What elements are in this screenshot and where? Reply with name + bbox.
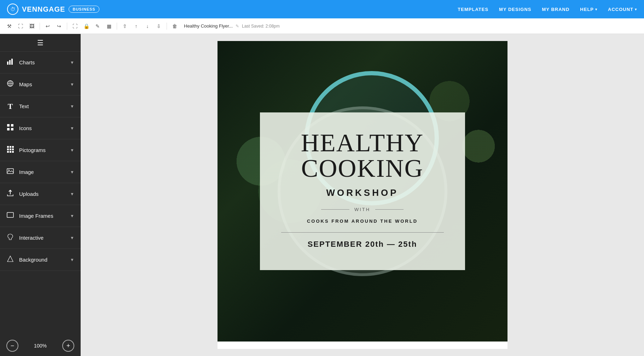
edit-icon: ✎ <box>95 23 100 29</box>
flyer-background: HEALTHY COOKING WORKSHOP WITH COOKS FROM… <box>217 41 507 342</box>
redo-icon: ↪ <box>57 23 61 29</box>
sidebar-item-uploads-label: Uploads <box>19 191 39 197</box>
nav-help[interactable]: HELP ▾ <box>580 7 597 12</box>
toolbar-divider-1 <box>40 23 40 30</box>
send-to-back-button[interactable]: ⇩ <box>154 21 164 31</box>
image-frames-icon <box>6 212 14 220</box>
undo-icon: ↩ <box>46 23 50 29</box>
image-chevron-icon: ▼ <box>70 170 74 175</box>
sidebar-item-uploads[interactable]: Uploads ▼ <box>0 183 81 205</box>
upload-image-button[interactable]: ⛶ <box>16 21 25 31</box>
nav-my-designs[interactable]: MY DESIGNS <box>499 7 531 12</box>
sidebar-item-pictograms[interactable]: Pictograms ▼ <box>0 139 81 161</box>
sidebar-item-text[interactable]: T Text ▼ <box>0 95 81 117</box>
flyer-container: HEALTHY COOKING WORKSHOP WITH COOKS FROM… <box>217 41 507 342</box>
bring-to-front-button[interactable]: ⇧ <box>120 21 130 31</box>
resize-icon: ⛶ <box>72 23 77 29</box>
move-down-icon: ↓ <box>146 23 149 29</box>
redo-button[interactable]: ↪ <box>54 21 64 31</box>
lock-button[interactable]: 🔒 <box>81 21 91 31</box>
add-image-button[interactable]: 🖼 <box>27 21 37 31</box>
zoom-value: 100% <box>34 343 47 349</box>
svg-marker-23 <box>7 256 13 262</box>
design-canvas: HEALTHY COOKING WORKSHOP WITH COOKS FROM… <box>217 41 507 349</box>
sidebar-item-charts-label: Charts <box>19 59 35 65</box>
upload-icon: ⛶ <box>18 23 23 29</box>
icons-chevron-icon: ▼ <box>70 126 74 131</box>
svg-rect-20 <box>7 169 13 174</box>
canvas-area[interactable]: HEALTHY COOKING WORKSHOP WITH COOKS FROM… <box>81 34 644 356</box>
svg-rect-0 <box>7 62 8 65</box>
help-caret-icon: ▾ <box>595 7 597 11</box>
sidebar-item-background[interactable]: Background ▼ <box>0 249 81 271</box>
flyer-divider-row: WITH <box>281 207 444 212</box>
sidebar-item-pictograms-label: Pictograms <box>19 147 46 153</box>
resize-button[interactable]: ⛶ <box>70 21 80 31</box>
file-button[interactable]: ⚒ <box>4 21 14 31</box>
send-to-back-icon: ⇩ <box>157 23 161 29</box>
sidebar-item-icons-label: Icons <box>19 125 32 131</box>
zoom-controls: − 100% + <box>0 335 81 356</box>
copy-button[interactable]: ▦ <box>104 21 114 31</box>
undo-button[interactable]: ↩ <box>43 21 53 31</box>
sidebar-item-text-label: Text <box>19 103 29 109</box>
svg-rect-16 <box>12 148 14 150</box>
business-badge[interactable]: BUSINESS <box>69 6 99 13</box>
uploads-chevron-icon: ▼ <box>70 192 74 197</box>
sidebar-item-background-label: Background <box>19 257 47 263</box>
sidebar-item-icons[interactable]: Icons ▼ <box>0 117 81 139</box>
main-area: ☰ Charts ▼ <box>0 34 644 356</box>
image-icon <box>6 168 14 176</box>
sidebar-item-interactive[interactable]: Interactive ▼ <box>0 227 81 249</box>
zoom-out-button[interactable]: − <box>6 340 18 352</box>
delete-icon: 🗑 <box>172 23 177 29</box>
svg-rect-12 <box>10 146 11 148</box>
svg-rect-2 <box>11 59 13 65</box>
sidebar-item-interactive-label: Interactive <box>19 235 43 241</box>
delete-button[interactable]: 🗑 <box>170 21 180 31</box>
file-edit-icon: ✎ <box>236 24 239 29</box>
charts-icon <box>6 58 14 67</box>
sidebar: ☰ Charts ▼ <box>0 34 81 356</box>
toolbar-divider-3 <box>117 23 117 30</box>
edit-button[interactable]: ✎ <box>93 21 103 31</box>
pictograms-icon <box>6 146 14 154</box>
logo-text: VENNGAGE <box>22 5 65 13</box>
move-down-button[interactable]: ↓ <box>143 21 152 31</box>
flyer-title-line2: COOKING <box>281 156 444 181</box>
background-chevron-icon: ▼ <box>70 257 74 262</box>
sidebar-item-maps-label: Maps <box>19 81 32 87</box>
toolbar-divider-2 <box>67 23 67 30</box>
last-saved: Last Saved: 2:08pm <box>242 24 280 29</box>
flyer-title-line1: HEALTHY <box>281 130 444 156</box>
toolbar-divider-4 <box>167 23 167 30</box>
nav-account[interactable]: ACCOUNT ▾ <box>608 7 637 12</box>
nav-links: TEMPLATES MY DESIGNS MY BRAND HELP ▾ ACC… <box>458 7 637 12</box>
sidebar-item-maps[interactable]: Maps ▼ <box>0 74 81 95</box>
sidebar-item-image[interactable]: Image ▼ <box>0 161 81 183</box>
maps-chevron-icon: ▼ <box>70 82 74 87</box>
flyer-date-line <box>281 232 444 233</box>
interactive-icon <box>6 233 14 242</box>
svg-rect-10 <box>11 128 13 130</box>
svg-point-21 <box>8 170 10 171</box>
nav-my-brand[interactable]: MY BRAND <box>542 7 570 12</box>
sidebar-item-charts[interactable]: Charts ▼ <box>0 52 81 74</box>
zoom-in-button[interactable]: + <box>62 340 74 352</box>
pictograms-chevron-icon: ▼ <box>70 148 74 153</box>
svg-rect-22 <box>7 212 13 217</box>
nav-templates[interactable]: TEMPLATES <box>458 7 488 12</box>
background-icon <box>6 255 14 264</box>
sidebar-item-image-label: Image <box>19 169 34 175</box>
maps-icon <box>6 80 14 89</box>
svg-rect-15 <box>10 148 11 150</box>
sidebar-item-image-frames[interactable]: Image Frames ▼ <box>0 205 81 227</box>
sidebar-hamburger-button[interactable]: ☰ <box>0 34 81 52</box>
icons-icon <box>6 124 14 133</box>
svg-rect-17 <box>7 151 9 153</box>
hamburger-icon: ☰ <box>37 39 43 47</box>
lock-icon: 🔒 <box>83 23 89 29</box>
bring-to-front-icon: ⇧ <box>123 23 127 29</box>
top-nav: ⏱ VENNGAGE BUSINESS TEMPLATES MY DESIGNS… <box>0 0 644 18</box>
move-up-button[interactable]: ↑ <box>131 21 141 31</box>
